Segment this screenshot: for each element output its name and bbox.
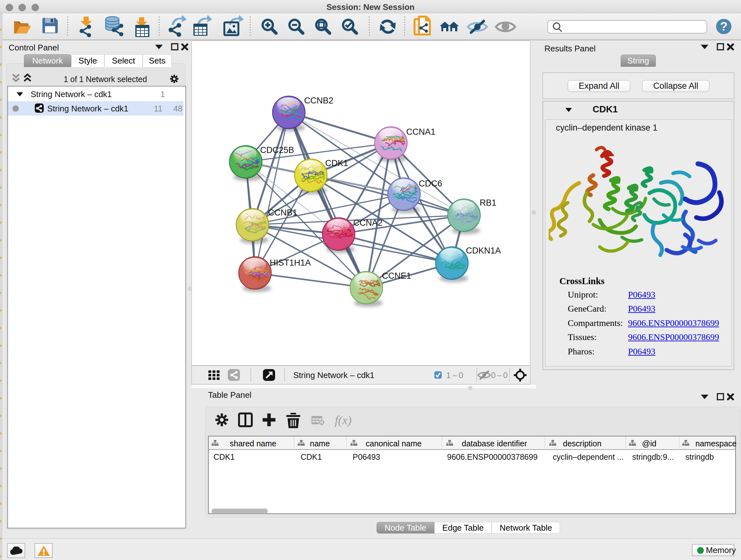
svg-text:CCNB2: CCNB2 [304, 96, 333, 105]
svg-text:CDC25B: CDC25B [260, 145, 294, 155]
svg-text:?: ? [720, 20, 727, 33]
svg-text:String Network – cdk1: String Network – cdk1 [293, 370, 374, 380]
svg-text:String Network – cdk1: String Network – cdk1 [47, 104, 128, 113]
svg-text:CDC6: CDC6 [419, 179, 442, 188]
svg-text:CCNE1: CCNE1 [382, 271, 411, 281]
svg-text:f(x): f(x) [335, 414, 352, 427]
svg-text:1 of 1 Network selected: 1 of 1 Network selected [64, 75, 147, 84]
svg-text:CCNA1: CCNA1 [406, 127, 435, 137]
svg-text:HIST1H1A: HIST1H1A [270, 258, 311, 267]
svg-text:CCNA2: CCNA2 [353, 218, 383, 228]
svg-text:CDKN1A: CDKN1A [466, 246, 501, 255]
svg-text:CDK1: CDK1 [325, 159, 348, 168]
svg-text:0 – 0: 0 – 0 [491, 371, 508, 380]
svg-text:1 – 0: 1 – 0 [446, 370, 463, 380]
svg-text:1: 1 [160, 89, 165, 99]
svg-text:CCNB1: CCNB1 [268, 208, 297, 217]
svg-text:11: 11 [154, 104, 162, 113]
svg-text:48: 48 [173, 104, 183, 113]
svg-text:RB1: RB1 [480, 198, 496, 207]
svg-text:String Network – cdk1: String Network – cdk1 [30, 89, 112, 99]
